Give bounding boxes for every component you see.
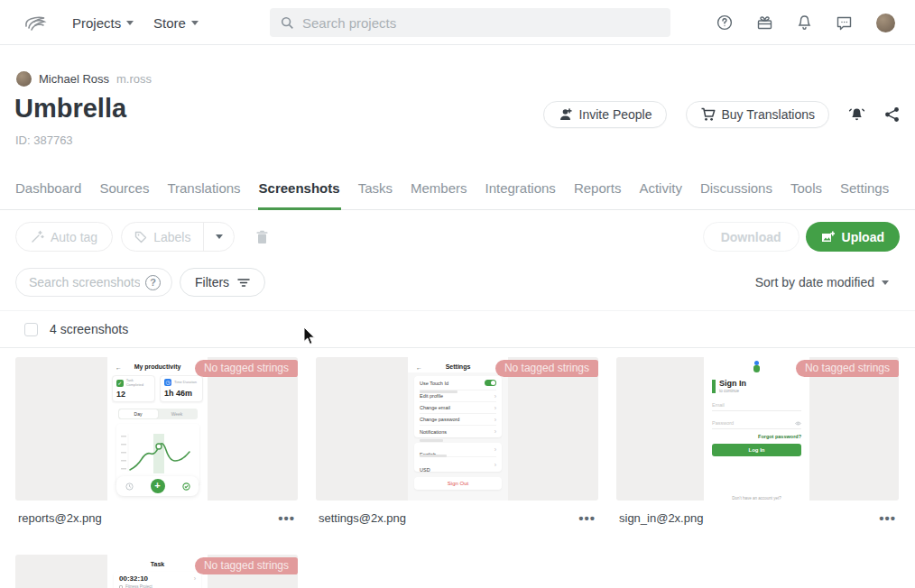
tab-settings[interactable]: Settings [839, 177, 890, 210]
mock-setting-label: Use Touch Id [420, 381, 448, 386]
mock-setting-label: Edit profile [420, 393, 443, 399]
clock-icon [125, 482, 134, 491]
watch-bell-icon[interactable] [848, 106, 865, 123]
tab-members[interactable]: Members [410, 177, 468, 210]
screenshot-count: 4 screenshots [50, 322, 128, 336]
screenshot-thumbnail[interactable]: ← Settings Use Touch Id Edit profile› [316, 357, 598, 501]
notifications-bell-icon[interactable] [797, 14, 812, 31]
back-arrow-icon: ← [416, 364, 422, 371]
labels-button[interactable]: Labels [122, 223, 203, 251]
calendar-check-icon [182, 482, 190, 491]
filter-lines-icon [237, 278, 250, 288]
invite-people-button[interactable]: Invite People [543, 101, 667, 128]
screenshot-card-settings: ← Settings Use Touch Id Edit profile› [316, 357, 598, 525]
global-search [270, 8, 670, 37]
screenshot-card-signin: Sign In to continue Email Password [616, 357, 899, 525]
screenshot-thumbnail[interactable]: Task ⋯ 00:32:10 › Fitness Project No tag… [15, 555, 298, 588]
screenshot-filename[interactable]: reports@2x.png [18, 511, 102, 525]
buy-translations-button[interactable]: Buy Translations [686, 101, 830, 128]
screenshot-search: ? [15, 268, 172, 297]
search-screenshots-input[interactable] [29, 275, 140, 289]
delete-icon[interactable] [255, 230, 269, 244]
mock-login-button: Log In [712, 444, 801, 456]
screenshot-thumbnail[interactable]: ← My productivity ✓ Task Completed 12 [15, 357, 298, 501]
add-fab-icon: + [151, 479, 165, 493]
app-logo-icon [751, 361, 762, 372]
mock-stat-label: Time Duration [174, 381, 197, 385]
chevron-right-icon: › [494, 394, 496, 399]
search-projects-input[interactable] [302, 15, 660, 31]
auto-tag-button[interactable]: Auto tag [15, 222, 113, 252]
mock-project-name: Fitness Project [125, 584, 152, 588]
card-menu-icon[interactable]: ••• [278, 514, 295, 523]
card-menu-icon[interactable]: ••• [578, 514, 596, 523]
auto-tag-label: Auto tag [51, 230, 97, 244]
tab-integrations[interactable]: Integrations [484, 177, 556, 210]
accent-bar [712, 380, 716, 393]
filter-bar: ? Filters Sort by date modified [15, 268, 900, 298]
image-upload-icon [821, 231, 835, 243]
nav-projects-menu[interactable]: Projects [72, 0, 134, 45]
screenshot-card-task: Task ⋯ 00:32:10 › Fitness Project No tag… [15, 555, 298, 588]
tab-tools[interactable]: Tools [790, 177, 823, 210]
project-square-icon [119, 585, 123, 588]
mock-title: Sign In [719, 380, 746, 388]
search-icon [281, 16, 294, 30]
tab-sources[interactable]: Sources [98, 177, 150, 210]
mock-stat-value: 12 [116, 390, 151, 399]
phone-mock: Task ⋯ 00:32:10 › Fitness Project [107, 555, 208, 588]
upload-label: Upload [842, 230, 884, 244]
invite-people-label: Invite People [579, 107, 652, 122]
tab-screenshots[interactable]: Screenshots [258, 177, 341, 210]
project-title: Umbrella [14, 94, 126, 124]
crowdin-logo-icon[interactable] [23, 12, 47, 33]
screenshot-filename[interactable]: sign_in@2x.png [619, 511, 703, 525]
chevron-down-icon [191, 21, 199, 25]
user-avatar[interactable] [876, 14, 895, 32]
mock-password-field: Password [712, 420, 734, 426]
navbar-right-icons [716, 0, 895, 45]
gift-icon[interactable] [756, 14, 773, 31]
phone-mock: ← Settings Use Touch Id Edit profile› [408, 357, 508, 501]
help-circle-icon[interactable]: ? [145, 275, 161, 290]
mock-title: Task [151, 561, 164, 567]
chevron-right-icon: › [494, 418, 496, 422]
labels-dropdown-button[interactable] [203, 223, 234, 251]
mock-forgot-link: Forgot password? [712, 434, 801, 439]
card-menu-icon[interactable]: ••• [879, 514, 896, 523]
tab-translations[interactable]: Translations [166, 177, 241, 210]
sort-dropdown[interactable]: Sort by date modified [755, 275, 889, 289]
mock-setting-label: Notifications [420, 429, 447, 435]
tab-dashboard[interactable]: Dashboard [14, 177, 82, 210]
upload-button[interactable]: Upload [806, 222, 900, 252]
help-icon[interactable] [716, 14, 733, 31]
mock-setting-label: Change email [420, 405, 450, 410]
chevron-down-icon [882, 280, 889, 285]
mock-timer-value: 00:32:10 [119, 574, 148, 583]
share-icon[interactable] [884, 106, 900, 123]
select-all-checkbox[interactable] [24, 323, 38, 336]
tab-activity[interactable]: Activity [638, 177, 683, 210]
chevron-right-icon: › [494, 463, 496, 467]
mock-no-account-text: Don't have an account yet? [712, 496, 801, 501]
owner-avatar [16, 71, 32, 87]
mock-stat-card: ✓ Task Completed 12 [112, 375, 155, 402]
chevron-right-icon: › [494, 429, 496, 434]
tab-discussions[interactable]: Discussions [699, 177, 773, 210]
nav-projects-label: Projects [72, 15, 121, 31]
nav-store-menu[interactable]: Store [153, 0, 199, 45]
download-button[interactable]: Download [703, 222, 799, 252]
screenshot-thumbnail[interactable]: Sign In to continue Email Password [616, 357, 899, 501]
project-actions: Invite People Buy Translations [543, 101, 900, 128]
screenshot-filename[interactable]: settings@2x.png [319, 511, 406, 525]
project-owner[interactable]: Michael Ross m.ross [16, 71, 152, 87]
messages-icon[interactable] [836, 15, 853, 31]
tag-icon [134, 231, 147, 243]
cart-icon [700, 107, 716, 122]
selection-bar: 4 screenshots [0, 310, 915, 348]
tab-reports[interactable]: Reports [573, 177, 623, 210]
screenshot-grid-row1: ← My productivity ✓ Task Completed 12 [15, 357, 899, 525]
screenshot-grid-row2: Task ⋯ 00:32:10 › Fitness Project No tag… [15, 555, 298, 588]
tab-tasks[interactable]: Tasks [357, 177, 393, 210]
filters-button[interactable]: Filters [180, 268, 265, 297]
